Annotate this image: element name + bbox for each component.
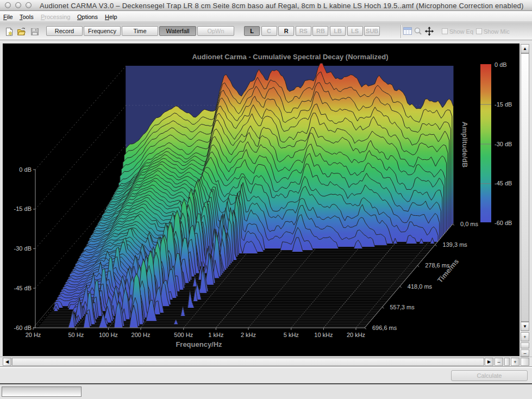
svg-text:20 Hz: 20 Hz [26,332,41,338]
svg-text:-30 dB: -30 dB [14,245,32,252]
svg-text:-15 dB: -15 dB [14,205,32,212]
svg-text:-45 dB: -45 dB [14,285,32,291]
svg-text:0,0 ms: 0,0 ms [460,221,479,227]
svg-text:557,3 ms: 557,3 ms [390,304,415,310]
svg-text:Amplitude/dB: Amplitude/dB [461,122,469,168]
svg-text:-30 dB: -30 dB [495,141,512,147]
svg-text:10 kHz: 10 kHz [314,332,333,338]
svg-text:1 kHz: 1 kHz [208,332,223,338]
svg-text:200 Hz: 200 Hz [132,332,151,338]
svg-text:696,6 ms: 696,6 ms [372,325,397,331]
svg-text:2 kHz: 2 kHz [241,332,256,338]
svg-text:-45 dB: -45 dB [495,180,512,186]
svg-text:20 kHz: 20 kHz [347,332,365,338]
svg-text:-15 dB: -15 dB [495,101,512,108]
svg-text:139,3 ms: 139,3 ms [443,241,468,248]
svg-text:418,0 ms: 418,0 ms [408,283,433,290]
svg-text:0 dB: 0 dB [19,166,32,173]
svg-text:5 kHz: 5 kHz [284,332,299,338]
svg-text:Time/ms: Time/ms [436,257,460,284]
svg-text:50 Hz: 50 Hz [68,332,84,338]
svg-text:-60 dB: -60 dB [495,220,512,226]
svg-text:Audionet Carma - Cumulative Sp: Audionet Carma - Cumulative Spectral Dec… [192,53,388,61]
svg-text:100 Hz: 100 Hz [99,332,118,338]
svg-text:-60 dB: -60 dB [14,325,32,331]
svg-text:0 dB: 0 dB [495,61,507,68]
svg-text:500 Hz: 500 Hz [174,332,193,338]
svg-text:Frequency/Hz: Frequency/Hz [176,340,222,348]
